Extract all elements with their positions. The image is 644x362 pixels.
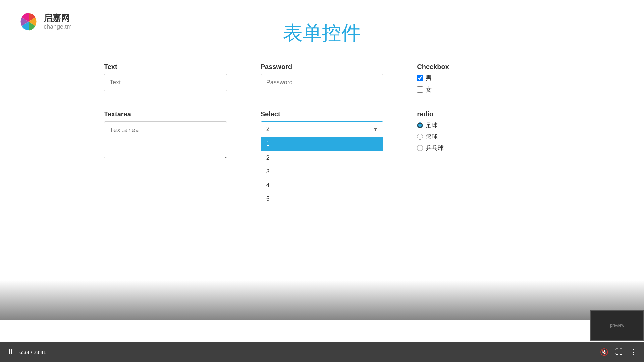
radio-pingpong-label: 乒乓球 — [426, 144, 444, 152]
select-dropdown: 1 2 3 4 5 — [261, 137, 384, 206]
page-title: 表单控件 — [17, 20, 627, 46]
textarea-label: Textarea — [104, 110, 227, 118]
main-content: 启嘉网 change.tm 表单控件 Text Password Checkbo… — [0, 0, 644, 341]
thumbnail-preview: preview — [590, 310, 644, 341]
select-option-2[interactable]: 2 — [261, 151, 383, 165]
checkbox-label: Checkbox — [417, 63, 540, 71]
logo-icon — [17, 10, 40, 34]
radio-item-pingpong[interactable]: 乒乓球 — [417, 144, 540, 152]
radio-item-football[interactable]: 足球 — [417, 121, 540, 129]
checkbox-male-label: 男 — [426, 74, 432, 82]
radio-football-label: 足球 — [426, 121, 438, 129]
radio-basketball[interactable] — [417, 134, 423, 140]
time-display: 6:34 / 23:41 — [19, 349, 46, 355]
more-options-icon[interactable]: ⋮ — [629, 347, 637, 357]
select-label: Select — [261, 110, 384, 118]
select-option-5[interactable]: 5 — [261, 192, 383, 206]
logo-text: 启嘉网 change.tm — [44, 13, 72, 31]
select-option-1[interactable]: 1 — [261, 137, 383, 151]
checkbox-female-label: 女 — [426, 85, 432, 94]
checkbox-item-male[interactable]: 男 — [417, 74, 540, 82]
textarea-input[interactable] — [104, 121, 227, 158]
checkbox-group: Checkbox 男 女 — [417, 63, 540, 94]
password-label: Password — [261, 63, 384, 71]
select-group: Select 2 ▼ 1 2 3 4 5 — [261, 110, 384, 158]
logo-chinese-name: 启嘉网 — [44, 13, 72, 23]
select-arrow-icon: ▼ — [373, 127, 378, 132]
select-option-4[interactable]: 4 — [261, 178, 383, 192]
select-current-value: 2 — [266, 126, 270, 133]
radio-football[interactable] — [417, 122, 423, 128]
volume-mute-icon[interactable]: 🔇 — [600, 348, 608, 356]
thumbnail-text: preview — [610, 323, 624, 328]
password-input[interactable] — [261, 74, 384, 91]
radio-item-basketball[interactable]: 篮球 — [417, 133, 540, 141]
select-container: 2 ▼ 1 2 3 4 5 — [261, 121, 384, 137]
pause-button[interactable]: ⏸ — [7, 348, 14, 356]
video-controls-right: 🔇 ⛶ ⋮ — [600, 347, 637, 357]
checkbox-female[interactable] — [417, 86, 423, 93]
radio-group: radio 足球 篮球 乒乓球 — [417, 110, 540, 158]
time-separator: / — [31, 349, 33, 355]
password-group: Password — [261, 63, 384, 94]
current-time: 6:34 — [19, 349, 29, 355]
radio-pingpong[interactable] — [417, 145, 423, 151]
total-time: 23:41 — [34, 349, 46, 355]
text-input[interactable] — [104, 74, 227, 91]
text-label: Text — [104, 63, 227, 71]
logo-domain: change.tm — [44, 23, 72, 31]
text-group: Text — [104, 63, 227, 94]
radio-basketball-label: 篮球 — [426, 133, 438, 141]
radio-options: 足球 篮球 乒乓球 — [417, 121, 540, 152]
select-display[interactable]: 2 ▼ — [261, 121, 384, 137]
fullscreen-icon[interactable]: ⛶ — [615, 348, 623, 356]
radio-label: radio — [417, 110, 540, 118]
checkbox-male[interactable] — [417, 75, 423, 81]
checkbox-item-female[interactable]: 女 — [417, 85, 540, 94]
form-grid: Text Password Checkbox 男 女 T — [87, 63, 557, 158]
textarea-group: Textarea — [104, 110, 227, 158]
select-option-3[interactable]: 3 — [261, 165, 383, 178]
checkbox-options: 男 女 — [417, 74, 540, 94]
video-player: ⏸ 6:34 / 23:41 🔇 ⛶ ⋮ — [0, 342, 644, 362]
bottom-gradient — [0, 280, 644, 320]
